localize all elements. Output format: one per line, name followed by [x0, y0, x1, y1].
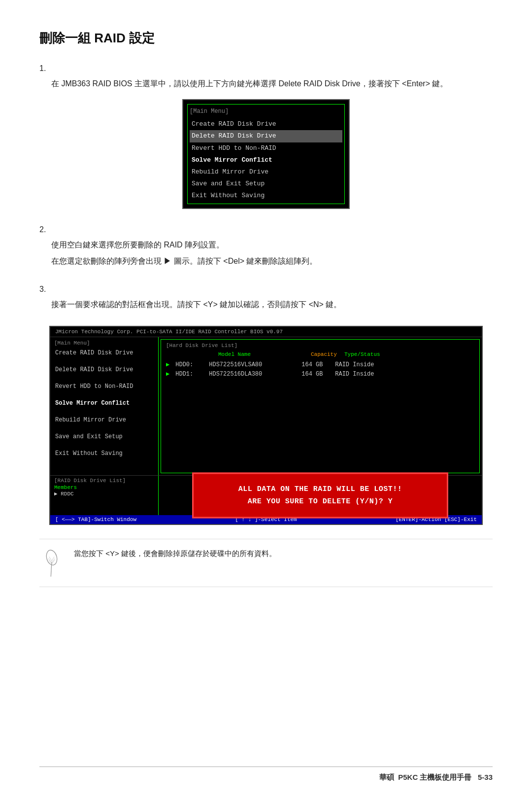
statusbar-item1: [ <——> TAB]-Switch Window: [55, 517, 136, 523]
bios2-dialog-line2: ARE YOU SURE TO DELETE (Y/N)? Y: [208, 495, 432, 508]
bios2-right-title: [Hard Disk Drive List]: [166, 343, 474, 349]
bios2-bottom: [RAID Disk Drive List] Members ▶ RDDC AL…: [50, 475, 482, 515]
bios-screenshot-1: [Main Menu] Create RAID Disk Drive Delet…: [182, 99, 350, 209]
bios2-members-label: Members: [54, 485, 154, 490]
bios2-bottom-right: ALL DATA ON THE RAID WILL BE LOST!! ARE …: [159, 476, 482, 515]
bios2-menu-3: Solve Mirror Conflict: [54, 398, 154, 408]
bios2-dialog-line1: ALL DATA ON THE RAID WILL BE LOST!!: [208, 483, 432, 495]
note-box: 當您按下 <Y> 鍵後，便會刪除掉原儲存於硬碟中的所有資料。: [39, 539, 493, 587]
bios2-menu-1: Delete RAID Disk Drive: [54, 365, 154, 375]
bios1-item-3: Solve Mirror Conflict: [190, 154, 342, 166]
bios-outer-border: [Main Menu] Create RAID Disk Drive Delet…: [187, 104, 345, 204]
footer-product: P5KC 主機板使用手冊: [398, 773, 471, 781]
bios1-item-6: Exit Without Saving: [190, 190, 342, 202]
step-1-number: 1.: [39, 64, 46, 72]
step-1: 1. 在 JMB363 RAID BIOS 主選單中，請以使用上下方向鍵光棒選擇…: [39, 62, 493, 209]
hdd-status-0: RAID Inside: [335, 360, 374, 370]
step-3-text: 接著一個要求確認的對話框會出現。請按下 <Y> 鍵加以確認，否則請按下 <N> …: [51, 298, 493, 312]
step-3: 3. 接著一個要求確認的對話框會出現。請按下 <Y> 鍵加以確認，否則請按下 <…: [39, 282, 493, 312]
note-icon: [39, 547, 64, 579]
hdd-status-1: RAID Inside: [335, 370, 374, 379]
bios2-topbar: JMicron Technology Corp. PCI-to-SATA II/…: [50, 327, 482, 337]
footer-page: 5-33: [478, 773, 493, 781]
svg-line-1: [51, 562, 52, 577]
page-title: 刪除一組 RAID 設定: [39, 30, 493, 47]
feather-icon: [42, 549, 62, 579]
bios2-left-panel: [Main Menu] Create RAID Disk Drive Delet…: [50, 337, 159, 475]
bios2-left-title: [Main Menu]: [54, 340, 154, 346]
bios2-menu-5: Save and Exit Setup: [54, 432, 154, 442]
bios1-item-4: Rebuild Mirror Drive: [190, 166, 342, 178]
svg-line-2: [49, 557, 52, 561]
hdd-arrow-1: ▶: [166, 370, 169, 379]
bios2-menu-4: Rebuild Mirror Drive: [54, 415, 154, 425]
step-2-subtext: 在您選定欲刪除的陣列旁會出現 ▶ 圖示。請按下 <Del> 鍵來刪除該組陣列。: [51, 254, 493, 269]
step-2-text: 使用空白鍵來選擇您所要刪除的 RAID 陣列設置。: [51, 238, 493, 252]
bios2-dialog: ALL DATA ON THE RAID WILL BE LOST!! ARE …: [192, 472, 448, 518]
bios1-item-0: Create RAID Disk Drive: [190, 118, 342, 130]
hdd-id-1: HDD1:: [175, 370, 205, 379]
hdd-id-0: HDD0:: [175, 360, 205, 370]
hdd-capacity-1: 164 GB: [301, 370, 331, 379]
page-footer: 華碩 P5KC 主機板使用手冊 5-33: [39, 767, 493, 782]
bios1-item-1: Delete RAID Disk Drive: [190, 130, 342, 142]
hdd-row-0: ▶ HDD0: HDS722516VLSA80 164 GB RAID Insi…: [166, 360, 474, 370]
hdd-headers: Model Name Capacity Type/Status: [166, 351, 474, 358]
bios2-menu-6: Exit Without Saving: [54, 449, 154, 458]
bios2-bottom-left: [RAID Disk Drive List] Members ▶ RDDC: [50, 476, 159, 515]
bios2-right-panel: [Hard Disk Drive List] Model Name Capaci…: [161, 339, 480, 473]
footer-text: 華碩 P5KC 主機板使用手冊 5-33: [379, 773, 493, 782]
bios2-menu-2: Revert HDD to Non-RAID: [54, 382, 154, 391]
hdd-header-capacity: Capacity: [311, 351, 340, 358]
step-2-number: 2.: [39, 225, 46, 234]
step-1-text: 在 JMB363 RAID BIOS 主選單中，請以使用上下方向鍵光棒選擇 De…: [51, 77, 493, 91]
note-text: 當您按下 <Y> 鍵後，便會刪除掉原儲存於硬碟中的所有資料。: [74, 547, 276, 560]
bios1-title: [Main Menu]: [190, 106, 342, 116]
hdd-model-1: HDS722516DLA380: [209, 370, 298, 379]
footer-brand: 華碩: [379, 773, 394, 781]
hdd-header-type: Type/Status: [344, 351, 380, 358]
bios2-menu-0: Create RAID Disk Drive: [54, 348, 154, 358]
hdd-header-model: Model Name: [218, 351, 307, 358]
hdd-model-0: HDS722516VLSA80: [209, 360, 298, 370]
hdd-capacity-0: 164 GB: [301, 360, 331, 370]
hdd-arrow-0: ▶: [166, 360, 169, 370]
page-content: 刪除一組 RAID 設定 1. 在 JMB363 RAID BIOS 主選單中，…: [0, 0, 532, 636]
bios1-item-2: Revert HDD to Non-RAID: [190, 142, 342, 154]
bios2-bottom-title: [RAID Disk Drive List]: [54, 478, 154, 484]
bios1-item-5: Save and Exit Setup: [190, 178, 342, 190]
bios2-arrow-item: ▶ RDDC: [54, 490, 154, 497]
hdd-table: Model Name Capacity Type/Status ▶ HDD0: …: [166, 351, 474, 379]
step-2: 2. 使用空白鍵來選擇您所要刪除的 RAID 陣列設置。 在您選定欲刪除的陣列旁…: [39, 223, 493, 269]
bios2-content: [Main Menu] Create RAID Disk Drive Delet…: [50, 337, 482, 475]
hdd-row-1: ▶ HDD1: HDS722516DLA380 164 GB RAID Insi…: [166, 370, 474, 379]
step-3-number: 3.: [39, 285, 46, 293]
bios-screenshot-2: JMicron Technology Corp. PCI-to-SATA II/…: [49, 326, 483, 525]
svg-line-5: [52, 557, 54, 561]
